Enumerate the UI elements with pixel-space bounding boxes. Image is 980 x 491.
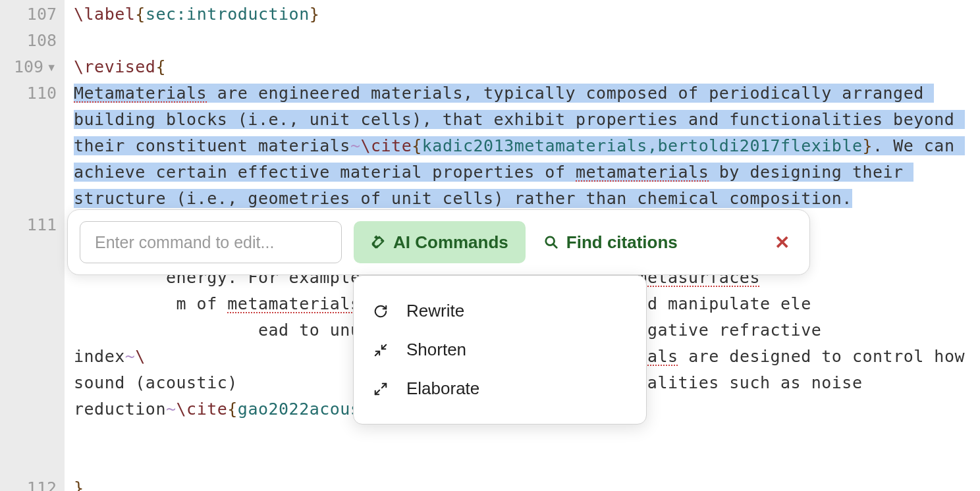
close-button[interactable]: ✕ — [775, 232, 790, 253]
line-number[interactable]: 109▼ — [0, 54, 57, 80]
line-number[interactable]: 110 — [0, 80, 57, 212]
magic-wand-icon — [371, 235, 385, 249]
find-citations-button[interactable]: Find citations — [537, 221, 684, 263]
ai-commands-button[interactable]: AI Commands — [354, 221, 526, 263]
dropdown-label: Rewrite — [406, 301, 464, 321]
dropdown-label: Shorten — [406, 340, 466, 360]
command-input[interactable] — [80, 221, 342, 263]
fold-icon[interactable]: ▼ — [46, 62, 57, 73]
dropdown-item-elaborate[interactable]: Elaborate — [354, 369, 646, 408]
code-line[interactable]: \revised{ — [74, 54, 980, 80]
ai-commands-dropdown: Rewrite Shorten Elaborate — [353, 275, 647, 425]
code-line[interactable]: \label{sec:introduction} — [74, 1, 980, 28]
code-line[interactable] — [74, 28, 980, 54]
line-number[interactable]: 107 — [0, 1, 57, 28]
ai-command-bar: AI Commands Find citations ✕ — [67, 209, 810, 275]
search-icon — [544, 235, 558, 249]
line-number[interactable]: 112 — [0, 475, 57, 491]
collapse-icon — [373, 343, 388, 357]
line-number[interactable]: 108 — [0, 28, 57, 54]
find-citations-label: Find citations — [566, 232, 678, 253]
dropdown-item-rewrite[interactable]: Rewrite — [354, 292, 646, 330]
line-number[interactable]: 111 — [0, 212, 57, 475]
svg-line-1 — [553, 244, 557, 248]
ai-commands-label: AI Commands — [393, 232, 508, 253]
refresh-icon — [373, 304, 388, 319]
code-line[interactable]: Metamaterials are engineered materials, … — [74, 80, 980, 212]
code-line[interactable]: } — [74, 475, 980, 491]
dropdown-label: Elaborate — [406, 378, 479, 399]
expand-icon — [373, 382, 388, 396]
dropdown-item-shorten[interactable]: Shorten — [354, 330, 646, 369]
gutter: 107 108 109▼ 110 111 112 113 114 — [0, 0, 65, 491]
